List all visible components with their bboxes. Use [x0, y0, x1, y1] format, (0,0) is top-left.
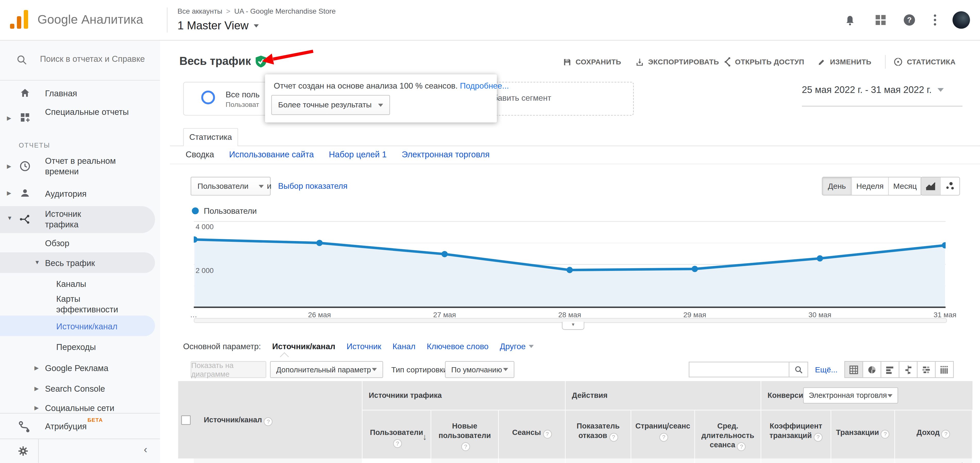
help-icon[interactable]: ?	[881, 430, 889, 439]
column-header-5[interactable]: Страниц/сеанс?	[631, 411, 695, 458]
conversions-type-dropdown[interactable]: Электронная торговля	[803, 387, 898, 404]
data-point[interactable]	[817, 255, 823, 262]
more-vertical-icon[interactable]	[932, 14, 937, 26]
data-point[interactable]	[317, 240, 323, 246]
column-header-7[interactable]: Коэффициент транзакций?	[761, 411, 831, 458]
view-selector[interactable]: 1 Master View	[178, 19, 259, 32]
granularity-day-button[interactable]: День	[822, 178, 851, 195]
secondary-dimension-dropdown[interactable]: Дополнительный параметр	[270, 361, 383, 378]
help-icon[interactable]: ?	[814, 433, 822, 442]
dimension-other[interactable]: Другое	[500, 342, 534, 351]
apps-grid-icon[interactable]	[875, 14, 886, 26]
advanced-search-link[interactable]: Ещё...	[815, 365, 838, 374]
select-all-checkbox[interactable]	[181, 415, 191, 425]
metric-dropdown[interactable]: Пользователи	[191, 177, 271, 196]
subtab-site-usage[interactable]: Использование сайта	[229, 150, 314, 159]
traffic-chart[interactable]	[194, 217, 946, 308]
sort-type-dropdown[interactable]: По умолчанию	[445, 361, 514, 378]
header-dimension-cell[interactable]: Источник/канал?	[194, 381, 363, 458]
dimension-keyword[interactable]: Ключевое слово	[426, 342, 488, 351]
granularity-month-button[interactable]: Месяц	[888, 178, 921, 195]
date-range[interactable]: 25 мая 2022 г. - 31 мая 2022 г.	[802, 84, 932, 95]
view-name[interactable]: 1 Master View	[178, 19, 248, 32]
breadcrumb-account[interactable]: UA - Google Merchandise Store	[234, 8, 336, 15]
admin-gear-icon[interactable]	[17, 445, 30, 457]
select-metric-link[interactable]: Выбор показателя	[278, 181, 348, 190]
sidebar-item-realtime[interactable]: Отчет в реальном времени	[45, 155, 145, 177]
help-icon[interactable]: ?	[264, 417, 272, 426]
sort-desc-icon[interactable]: ↓	[423, 431, 427, 442]
sidebar-item-all-traffic-label[interactable]: Весь трафик	[45, 258, 95, 269]
table-search-button[interactable]	[789, 362, 808, 377]
notifications-bell-icon[interactable]	[844, 14, 856, 27]
view-term-cloud-button[interactable]	[917, 361, 936, 378]
column-header-1[interactable]: Пользователи?↓	[363, 411, 431, 458]
expand-right-icon[interactable]: ▶	[7, 115, 11, 121]
collapse-down-icon[interactable]: ▼	[7, 215, 13, 221]
share-button[interactable]: ОТКРЫТЬ ДОСТУП	[722, 57, 818, 67]
search-reports-input[interactable]	[39, 54, 160, 64]
insights-button[interactable]: СТАТИСТИКА	[893, 57, 956, 67]
view-pivot-button[interactable]	[935, 361, 954, 378]
breadcrumb-all-accounts[interactable]: Все аккаунты	[178, 8, 222, 15]
tab-explorer[interactable]: Статистика	[183, 128, 238, 146]
scatter-chart-button[interactable]	[940, 178, 959, 195]
help-icon[interactable]: ?	[609, 433, 618, 442]
sidebar-item-social[interactable]: Социальные сети	[45, 403, 115, 414]
granularity-week-button[interactable]: Неделя	[851, 178, 888, 195]
collapse-down-icon[interactable]: ▼	[34, 259, 40, 265]
breadcrumb[interactable]: Все аккаунты > UA - Google Merchandise S…	[178, 8, 336, 15]
help-icon[interactable]: ?	[543, 430, 552, 439]
sidebar-item-overview[interactable]: Обзор	[45, 238, 70, 249]
sidebar-item-acquisition-label[interactable]: Источник трафика	[45, 209, 114, 230]
sidebar-item-search-console[interactable]: Search Console	[45, 384, 105, 394]
dimension-source[interactable]: Источник	[347, 342, 381, 351]
data-point[interactable]	[442, 251, 448, 257]
column-header-8[interactable]: Транзакции?	[831, 411, 895, 458]
sidebar-item-attribution-label[interactable]: Атрибуция	[45, 421, 87, 431]
view-table-button[interactable]	[845, 361, 863, 378]
product-name[interactable]: Google Аналитика	[38, 13, 143, 27]
help-icon[interactable]: ?	[393, 439, 402, 448]
avatar[interactable]	[953, 11, 970, 29]
sidebar-search[interactable]	[0, 40, 160, 81]
expand-right-icon[interactable]: ▶	[7, 190, 11, 196]
subtab-ecommerce[interactable]: Электронная торговля	[402, 150, 490, 159]
expand-right-icon[interactable]: ▶	[34, 385, 39, 392]
column-header-9[interactable]: Доход?	[895, 411, 972, 458]
data-point[interactable]	[692, 266, 698, 272]
view-comparison-button[interactable]	[899, 361, 918, 378]
export-button[interactable]: ЭКСПОРТИРОВАТЬ	[635, 57, 722, 67]
sidebar-item-audience[interactable]: Аудитория	[45, 189, 87, 199]
sidebar-item-referrals[interactable]: Переходы	[56, 342, 96, 352]
subtab-goal-set[interactable]: Набор целей 1	[329, 150, 387, 159]
sampling-precision-dropdown[interactable]: Более точные результаты	[271, 95, 390, 115]
help-icon[interactable]: ?	[942, 430, 950, 439]
view-percentage-button[interactable]	[862, 361, 881, 378]
help-icon[interactable]: ?	[737, 442, 746, 451]
sidebar-item-home[interactable]: Главная	[45, 88, 77, 98]
expand-right-icon[interactable]: ▶	[34, 365, 39, 371]
help-icon[interactable]: ?	[659, 433, 668, 442]
ga-logo-icon[interactable]	[9, 8, 31, 32]
subtab-summary[interactable]: Сводка	[186, 150, 214, 159]
dimension-medium[interactable]: Канал	[392, 342, 415, 351]
learn-more-link[interactable]: Подробнее...	[460, 81, 509, 90]
view-performance-button[interactable]	[881, 361, 899, 378]
dimension-header-label[interactable]: Источник/канал?	[204, 415, 272, 426]
column-header-6[interactable]: Сред. длительность сеанса?	[695, 411, 761, 458]
collapse-sidebar-icon[interactable]: ‹	[144, 444, 147, 456]
data-point[interactable]	[566, 267, 573, 273]
sidebar-item-attribution[interactable]: Атрибуция БЕТА	[0, 413, 160, 439]
dimension-source-medium[interactable]: Источник/канал	[272, 342, 335, 351]
sidebar-item-google-ads[interactable]: Google Реклама	[45, 363, 108, 374]
column-header-4[interactable]: Показатель отказов?	[566, 411, 632, 458]
chart-collapse-tab[interactable]: ▼	[562, 322, 584, 330]
table-search-input[interactable]	[689, 362, 789, 377]
help-icon[interactable]: ?	[903, 14, 916, 26]
sidebar-item-channels[interactable]: Каналы	[56, 279, 86, 289]
expand-right-icon[interactable]: ▶	[34, 405, 39, 411]
help-icon[interactable]: ?	[461, 442, 470, 451]
expand-right-icon[interactable]: ▶	[7, 163, 11, 169]
sidebar-item-custom-reports[interactable]: Специальные отчеты	[45, 107, 139, 117]
